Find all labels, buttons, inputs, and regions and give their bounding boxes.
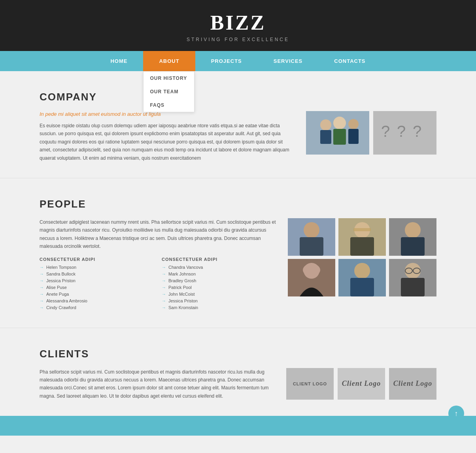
dropdown-faqs[interactable]: FAQs [144, 98, 194, 112]
list-item[interactable]: →Helen Tompson [40, 265, 154, 270]
people-photos [288, 218, 436, 312]
list-item[interactable]: →Mark Johnson [162, 272, 276, 276]
company-text: In pede mi aliquet sit amet euismod in a… [40, 111, 294, 162]
arrow-icon: → [162, 265, 166, 270]
arrow-icon: → [162, 285, 166, 290]
arrow-icon: → [162, 292, 166, 296]
list-item[interactable]: →Sandra Bullock [40, 272, 154, 276]
arrow-icon: → [162, 298, 166, 303]
header: BIZZ STRIVING FOR EXCELLENCE [0, 0, 476, 51]
company-body: Es euisoe rspide oistatu olup cusm dolem… [40, 122, 294, 162]
svg-rect-16 [350, 237, 374, 256]
list-item[interactable]: →Alessandra Ambrosio [40, 298, 154, 303]
people-lists: Consectetuer adipi →Helen Tompson →Sandr… [40, 257, 276, 312]
people-left: Consectetuer adipiglest lacenean nummy n… [40, 218, 276, 312]
arrow-icon: → [40, 285, 44, 290]
company-images: ? ? ? [306, 111, 436, 155]
svg-point-3 [333, 117, 346, 129]
list-item[interactable]: →Alise Puse [40, 285, 154, 290]
people-body: Consectetuer adipiglest lacenean nummy n… [40, 218, 276, 251]
clients-text: Pha sellortsce scipit varius mi. Cum soc… [40, 368, 274, 400]
person-photo-2 [338, 218, 386, 256]
client-logo-3: Client Logo [389, 368, 436, 400]
svg-point-5 [348, 119, 359, 129]
list-item[interactable]: →Cindy Crawford [40, 305, 154, 310]
nav-contacts[interactable]: CONTACTS [318, 51, 381, 71]
dropdown-our-team[interactable]: OUR TEAM [144, 85, 194, 98]
people-title: PEOPLE [40, 198, 436, 210]
svg-text:?: ? [381, 123, 390, 140]
person-photo-4 [288, 259, 335, 296]
svg-rect-20 [401, 237, 425, 256]
main-nav: HOME ABOUT OUR HISTORY OUR TEAM FAQs PRO… [0, 51, 476, 71]
svg-text:?: ? [413, 123, 421, 140]
clients-body: Pha sellortsce scipit varius mi. Cum soc… [40, 368, 274, 400]
svg-rect-13 [300, 237, 323, 256]
about-dropdown: OUR HISTORY OUR TEAM FAQs [143, 71, 195, 112]
list2-title: Consectetuer adipi [162, 257, 276, 262]
person-photo-6 [389, 259, 436, 296]
footer [0, 416, 476, 436]
list-item[interactable]: →John McCoist [162, 292, 276, 296]
svg-rect-2 [320, 130, 331, 144]
svg-point-12 [304, 222, 319, 238]
dropdown-our-history[interactable]: OUR HISTORY [144, 72, 194, 85]
clients-content: Pha sellortsce scipit varius mi. Cum soc… [40, 368, 436, 400]
svg-text:?: ? [397, 123, 406, 140]
arrow-icon: → [40, 305, 44, 310]
nav-services[interactable]: SERVICES [258, 51, 319, 71]
company-photo-2-svg: ? ? ? [373, 111, 436, 155]
arrow-icon: → [40, 265, 44, 270]
arrow-icon: → [40, 278, 44, 283]
person-photo-1 [288, 218, 335, 256]
scroll-up-button[interactable]: ↑ [448, 406, 464, 421]
svg-rect-6 [348, 129, 359, 144]
svg-point-19 [405, 222, 421, 238]
arrow-icon: → [40, 272, 44, 276]
site-subtitle: STRIVING FOR EXCELLENCE [0, 37, 476, 42]
list-item[interactable]: →Chandra Vancova [162, 265, 276, 270]
svg-rect-17 [353, 228, 371, 231]
arrow-icon: → [40, 298, 44, 303]
list-item[interactable]: →Jessica Priston [162, 298, 276, 303]
company-section: COMPANY In pede mi aliquet sit amet euis… [0, 71, 476, 178]
nav-projects[interactable]: PROJECTS [195, 51, 258, 71]
clients-title: CLIENTS [40, 348, 436, 360]
person-photo-5 [338, 259, 386, 296]
company-title: COMPANY [40, 91, 436, 103]
arrow-icon: → [40, 292, 44, 296]
list-item[interactable]: →Sam Kromstain [162, 305, 276, 310]
company-photo-1-svg [306, 111, 369, 155]
people-list-1: Consectetuer adipi →Helen Tompson →Sandr… [40, 257, 154, 312]
list-item[interactable]: →Anete Puga [40, 292, 154, 296]
svg-rect-4 [333, 129, 346, 145]
svg-point-23 [303, 264, 320, 276]
company-image-2: ? ? ? [373, 111, 436, 155]
arrow-icon: → [162, 272, 166, 276]
list-item[interactable]: →Jessica Priston [40, 278, 154, 283]
client-logo-1: CLIENT LOGO [286, 368, 334, 400]
person-photo-3 [389, 218, 436, 256]
arrow-icon: → [162, 278, 166, 283]
people-list-2: Consectetuer adipi →Chandra Vancova →Mar… [162, 257, 276, 312]
list-item[interactable]: →Patrick Pool [162, 285, 276, 290]
people-content: Consectetuer adipiglest lacenean nummy n… [40, 218, 436, 312]
people-section: PEOPLE Consectetuer adipiglest lacenean … [0, 178, 476, 328]
list-item[interactable]: →Bradley Grosh [162, 278, 276, 283]
nav-about[interactable]: ABOUT OUR HISTORY OUR TEAM FAQs [143, 51, 195, 71]
clients-section: CLIENTS Pha sellortsce scipit varius mi.… [0, 328, 476, 416]
nav-home[interactable]: HOME [94, 51, 143, 71]
svg-point-25 [354, 263, 370, 279]
company-image-1 [306, 111, 369, 155]
client-logo-2: Client Logo [338, 368, 385, 400]
site-title: BIZZ [0, 11, 476, 34]
arrow-icon: → [162, 305, 166, 310]
clients-logos: CLIENT LOGO Client Logo Client Logo [286, 368, 436, 400]
svg-rect-29 [401, 278, 425, 296]
company-content: In pede mi aliquet sit amet euismod in a… [40, 111, 436, 162]
list1-title: Consectetuer adipi [40, 257, 154, 262]
svg-point-1 [320, 119, 331, 130]
svg-rect-26 [350, 278, 374, 296]
